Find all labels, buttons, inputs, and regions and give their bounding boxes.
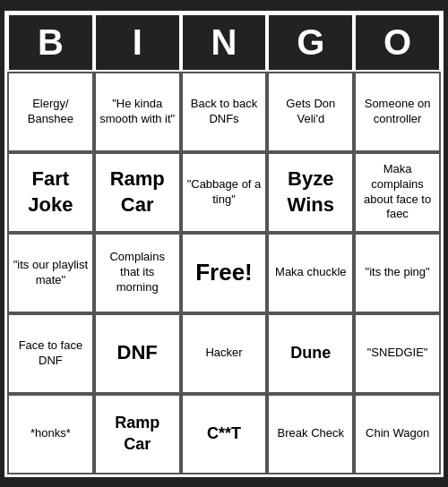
bingo-cell[interactable]: Ramp Car xyxy=(94,152,181,233)
cell-text: "He kinda smooth with it" xyxy=(99,97,176,127)
header-letter: B xyxy=(7,13,94,72)
bingo-cell[interactable]: Back to back DNFs xyxy=(181,72,268,152)
bingo-cell[interactable]: Elergy/ Banshee xyxy=(7,72,94,152)
bingo-cell[interactable]: "its our playlist mate" xyxy=(7,233,94,313)
cell-text: *honks* xyxy=(30,426,71,441)
cell-text: Fart Joke xyxy=(13,167,89,218)
bingo-card: BINGO Elergy/ Banshee"He kinda smooth wi… xyxy=(4,11,444,477)
bingo-cell[interactable]: Hacker xyxy=(181,313,268,394)
bingo-header: BINGO xyxy=(7,13,441,72)
bingo-cell[interactable]: DNF xyxy=(94,313,181,394)
cell-text: Face to face DNF xyxy=(13,338,89,369)
cell-text: Gets Don Veli'd xyxy=(272,97,349,127)
cell-text: "SNEDGIE" xyxy=(367,346,428,361)
bingo-cell[interactable]: Dune xyxy=(267,313,354,394)
cell-text: "Cabbage of a ting" xyxy=(186,177,263,208)
header-letter: G xyxy=(267,13,354,72)
cell-text: Ramp Car xyxy=(99,167,176,218)
cell-text: Chin Wagon xyxy=(366,426,429,441)
bingo-cell[interactable]: C**T xyxy=(181,394,268,474)
bingo-cell[interactable]: *honks* xyxy=(7,394,94,474)
cell-text: "its our playlist mate" xyxy=(13,258,89,288)
bingo-cell[interactable]: Free! xyxy=(181,233,268,313)
bingo-cell[interactable]: Byze Wins xyxy=(267,152,354,233)
bingo-cell[interactable]: Maka chuckle xyxy=(267,233,354,313)
cell-text: Back to back DNFs xyxy=(186,97,263,127)
bingo-cell[interactable]: Face to face DNF xyxy=(7,313,94,394)
header-letter: O xyxy=(354,13,441,72)
bingo-cell[interactable]: Ramp Car xyxy=(94,394,181,474)
bingo-grid: Elergy/ Banshee"He kinda smooth with it"… xyxy=(7,72,441,474)
bingo-cell[interactable]: Complains that its morning xyxy=(94,233,181,313)
bingo-cell[interactable]: Someone on controller xyxy=(354,72,441,152)
cell-text: Dune xyxy=(290,343,331,363)
bingo-cell[interactable]: "its the ping" xyxy=(354,233,441,313)
bingo-cell[interactable]: "Cabbage of a ting" xyxy=(181,152,268,233)
header-letter: I xyxy=(94,13,181,72)
bingo-cell[interactable]: Gets Don Veli'd xyxy=(267,72,354,152)
cell-text: Ramp Car xyxy=(99,413,176,455)
cell-text: Byze Wins xyxy=(272,167,349,218)
cell-text: Maka complains about face to faec xyxy=(359,162,435,223)
cell-text: Break Check xyxy=(278,426,344,441)
cell-text: C**T xyxy=(207,423,241,444)
bingo-cell[interactable]: Maka complains about face to faec xyxy=(354,152,441,233)
cell-text: Hacker xyxy=(205,346,242,361)
cell-text: Complains that its morning xyxy=(99,250,176,295)
bingo-cell[interactable]: "He kinda smooth with it" xyxy=(94,72,181,152)
cell-text: DNF xyxy=(117,340,158,366)
header-letter: N xyxy=(181,13,268,72)
bingo-cell[interactable]: Break Check xyxy=(267,394,354,474)
bingo-cell[interactable]: "SNEDGIE" xyxy=(354,313,441,394)
bingo-cell[interactable]: Chin Wagon xyxy=(354,394,441,474)
cell-text: Maka chuckle xyxy=(275,265,346,280)
cell-text: Someone on controller xyxy=(359,97,435,127)
cell-text: "its the ping" xyxy=(366,265,430,280)
bingo-cell[interactable]: Fart Joke xyxy=(7,152,94,233)
cell-text: Free! xyxy=(195,258,253,288)
cell-text: Elergy/ Banshee xyxy=(13,97,89,127)
